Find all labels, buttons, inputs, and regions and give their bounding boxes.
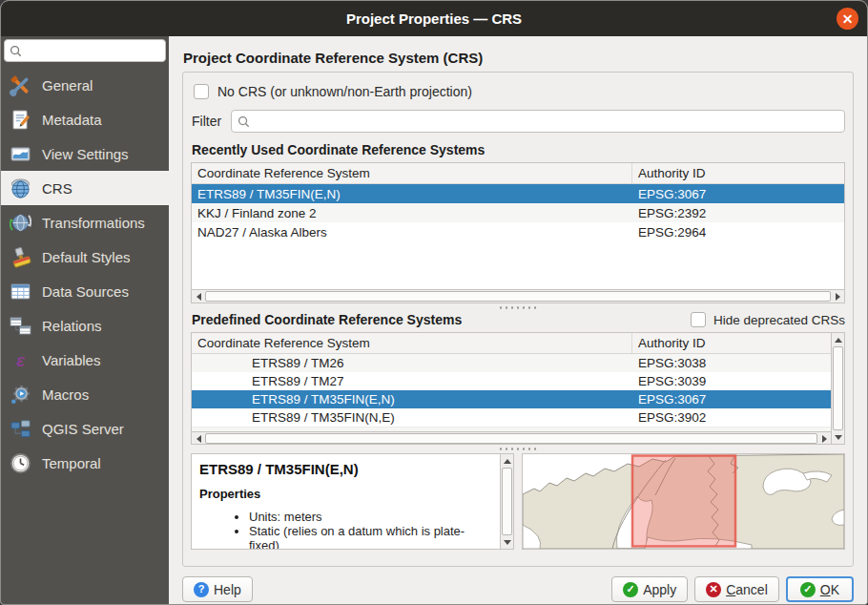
help-button[interactable]: ? Help	[182, 576, 253, 602]
crs-name-cell: KKJ / Finland zone 2	[192, 206, 632, 220]
table-row[interactable]: ETRS89 / TM26 EPSG:3038	[192, 354, 831, 372]
ok-check-icon: ✓	[800, 582, 816, 597]
crs-extent-highlight	[632, 456, 735, 547]
crs-properties-list: Units: meters Static (relies on a datum …	[199, 510, 492, 549]
cancel-button-label: Cancel	[726, 582, 768, 597]
authority-cell: EPSG:2964	[632, 225, 844, 240]
help-icon: ?	[194, 582, 209, 597]
apply-button[interactable]: ✓ Apply	[611, 576, 688, 602]
filter-input-box[interactable]	[231, 110, 845, 133]
scroll-down-icon[interactable]	[832, 430, 845, 444]
clock-icon	[10, 452, 31, 474]
sidebar-item-variables[interactable]: ε Variables	[1, 343, 169, 377]
main-content: Project Coordinate Reference System (CRS…	[169, 36, 867, 605]
sidebar-item-data-sources[interactable]: Data Sources	[1, 274, 169, 308]
sidebar-item-label: Default Styles	[42, 249, 131, 265]
page-title: Project Coordinate Reference System (CRS…	[183, 50, 854, 66]
vertical-scrollbar[interactable]	[831, 333, 844, 444]
column-header-authority[interactable]: Authority ID	[632, 166, 844, 180]
search-icon	[238, 115, 250, 128]
sidebar-item-qgis-server[interactable]: QGIS Server	[1, 411, 169, 446]
sidebar-search-box[interactable]	[4, 39, 166, 62]
table-row[interactable]: NAD27 / Alaska Albers EPSG:2964	[192, 222, 844, 241]
crs-name-cell: ETRS89 / TM35FIN(E,N)	[192, 187, 632, 201]
gear-play-icon	[10, 384, 31, 406]
scrollbar-thumb[interactable]	[205, 291, 831, 302]
sidebar-item-label: QGIS Server	[42, 421, 124, 437]
table-row[interactable]: ETRS89 / TM35FIN(N,E) EPSG:3902	[192, 408, 831, 427]
scrollbar-thumb[interactable]	[205, 433, 817, 444]
hide-deprecated-row: Hide deprecated CRSs	[691, 312, 845, 327]
globe-crs-icon	[10, 177, 31, 199]
scroll-up-icon[interactable]	[832, 333, 845, 346]
sidebar-item-metadata[interactable]: Metadata	[1, 102, 169, 136]
sidebar-item-general[interactable]: General	[1, 68, 169, 102]
table-row[interactable]: ETRS89 / TM27 EPSG:3039	[192, 372, 831, 390]
cancel-button[interactable]: ✕ Cancel	[694, 576, 779, 602]
table-empty-area	[192, 241, 844, 289]
column-header-crs[interactable]: Coordinate Reference System	[192, 163, 632, 183]
table-row[interactable]: KKJ / Finland zone 2 EPSG:2392	[192, 203, 844, 222]
table-row[interactable]: ETRS89 / TM35FIN(E,N) EPSG:3067	[192, 390, 831, 408]
apply-button-label: Apply	[643, 582, 676, 597]
sidebar-item-view-settings[interactable]: View Settings	[1, 136, 169, 171]
no-crs-row: No CRS (or unknown/non-Earth projection)	[194, 84, 845, 99]
sidebar-item-default-styles[interactable]: Default Styles	[1, 240, 169, 274]
paintbrush-icon	[10, 246, 31, 268]
authority-cell: EPSG:3039	[632, 374, 831, 388]
scroll-left-icon[interactable]	[192, 432, 205, 445]
vertical-scrollbar[interactable]	[500, 454, 513, 549]
sidebar-item-relations[interactable]: Relations	[1, 308, 169, 343]
predefined-heading-row: Predefined Coordinate Reference Systems …	[192, 312, 845, 327]
crs-property-item: Units: meters	[249, 510, 492, 524]
sidebar-item-crs[interactable]: CRS	[1, 171, 169, 205]
window-title: Project Properties — CRS	[346, 10, 522, 27]
crs-extent-map-preview	[522, 453, 845, 550]
crs-name-cell: ETRS89 / TM35FIN(E,N)	[192, 392, 632, 407]
crs-properties-heading: Properties	[199, 487, 492, 501]
sidebar-item-macros[interactable]: Macros	[1, 377, 169, 411]
horizontal-scrollbar[interactable]	[192, 431, 831, 445]
sidebar-item-label: CRS	[42, 180, 72, 197]
scrollbar-thumb[interactable]	[833, 346, 843, 430]
scrollbar-thumb[interactable]	[502, 468, 512, 535]
crs-details-panel: ETRS89 / TM35FIN(E,N) Properties Units: …	[191, 453, 514, 550]
table-row[interactable]: ETRS89 / TM35FIN(E,N) EPSG:3067	[192, 184, 844, 203]
sidebar: General Metadata View Settings CRS Trans	[1, 36, 169, 605]
column-header-authority[interactable]: Authority ID	[632, 336, 831, 350]
sidebar-item-label: Variables	[42, 352, 100, 368]
filter-input[interactable]	[255, 115, 838, 129]
scroll-left-icon[interactable]	[192, 290, 205, 303]
search-icon	[10, 45, 22, 57]
scroll-right-icon[interactable]	[831, 290, 844, 303]
crs-name-cell: ETRS89 / TM26	[192, 356, 632, 370]
authority-cell: EPSG:3067	[632, 392, 831, 407]
authority-cell: EPSG:3038	[632, 356, 831, 370]
scroll-up-icon[interactable]	[501, 454, 514, 468]
hide-deprecated-checkbox[interactable]	[691, 312, 706, 327]
epsilon-variable-icon: ε	[10, 349, 31, 371]
sidebar-item-temporal[interactable]: Temporal	[1, 446, 169, 480]
splitter-handle[interactable]	[191, 445, 845, 453]
ok-button[interactable]: ✓ OK	[786, 576, 854, 602]
recent-crs-heading: Recently Used Coordinate Reference Syste…	[192, 142, 845, 157]
sidebar-item-label: General	[42, 77, 93, 94]
column-header-crs[interactable]: Coordinate Reference System	[192, 333, 632, 353]
sidebar-item-label: Data Sources	[42, 283, 129, 300]
crs-name-cell: ETRS89 / TM27	[192, 374, 632, 388]
table-header: Coordinate Reference System Authority ID	[192, 163, 844, 184]
scroll-right-icon[interactable]	[817, 432, 831, 445]
splitter-handle[interactable]	[191, 303, 845, 312]
no-crs-checkbox[interactable]	[194, 84, 209, 99]
authority-cell: EPSG:3067	[632, 187, 844, 201]
predefined-crs-heading: Predefined Coordinate Reference Systems	[192, 312, 462, 327]
scroll-down-icon[interactable]	[501, 535, 514, 549]
transformations-globe-icon	[10, 212, 31, 234]
sidebar-item-transformations[interactable]: Transformations	[1, 205, 169, 240]
horizontal-scrollbar[interactable]	[192, 289, 844, 302]
crs-name-cell: NAD27 / Alaska Albers	[192, 225, 632, 240]
crs-details-title: ETRS89 / TM35FIN(E,N)	[199, 461, 492, 477]
sidebar-search-input[interactable]	[26, 44, 160, 58]
close-icon[interactable]: ✕	[837, 8, 858, 30]
server-network-icon	[10, 418, 31, 440]
